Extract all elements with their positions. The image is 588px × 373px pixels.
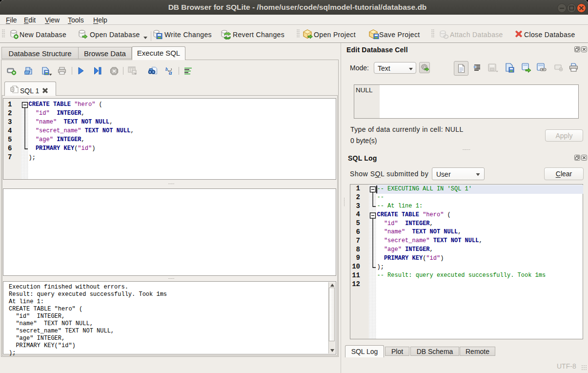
svg-text:a: a (169, 69, 172, 76)
svg-text:b: b (165, 66, 168, 72)
